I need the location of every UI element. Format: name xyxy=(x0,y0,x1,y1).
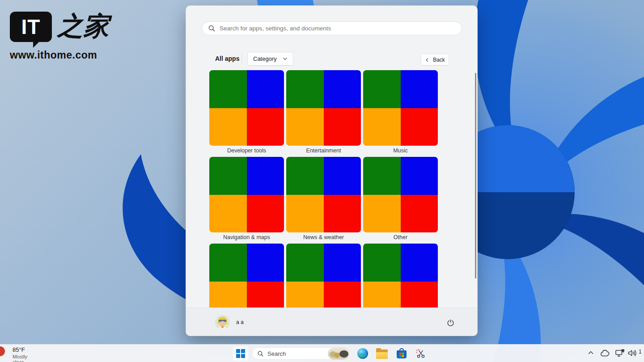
ithome-logo-text: IT xyxy=(21,15,41,39)
bing-daily-thumbnail[interactable] xyxy=(328,348,349,359)
network-button[interactable] xyxy=(614,349,625,358)
tile-swatch-blue xyxy=(247,244,284,282)
clock-partial[interactable]: 1 xyxy=(639,349,642,355)
tile-swatch-blue xyxy=(401,244,438,282)
category-tile-navigation-maps[interactable]: Navigation & maps xyxy=(209,157,284,244)
cloud-icon xyxy=(600,349,610,358)
category-tile-music[interactable]: Music xyxy=(363,70,438,157)
tile-swatch-red xyxy=(247,108,284,146)
category-label: Navigation & maps xyxy=(209,232,284,244)
thumbnail-blob xyxy=(339,350,348,358)
tile-swatch-orange xyxy=(209,108,247,146)
category-sort-dropdown[interactable]: Category xyxy=(247,52,293,66)
tile-swatch-orange xyxy=(286,195,324,233)
category-tile-collage xyxy=(209,70,284,146)
tile-swatch-green xyxy=(209,157,247,195)
category-tile-collage xyxy=(363,157,438,232)
user-name: a a xyxy=(236,319,244,325)
category-tile-collage xyxy=(209,157,284,232)
edge-icon xyxy=(357,348,368,359)
tile-swatch-red xyxy=(401,195,438,233)
start-button[interactable] xyxy=(233,346,248,361)
ithome-url: www.ithome.com xyxy=(10,49,109,61)
taskbar-item-snipping-tool[interactable] xyxy=(415,348,427,359)
tile-swatch-green xyxy=(209,70,247,108)
search-icon xyxy=(257,350,264,357)
avatar xyxy=(215,315,230,330)
category-sort-label: Category xyxy=(253,55,277,62)
tile-swatch-red xyxy=(401,108,438,146)
scrollbar-thumb[interactable] xyxy=(475,73,476,278)
chevron-down-icon xyxy=(283,56,288,61)
tile-swatch-blue xyxy=(324,244,361,282)
ithome-logo: IT xyxy=(10,12,52,42)
tile-swatch-green xyxy=(286,244,324,282)
tile-swatch-orange xyxy=(209,195,247,233)
weather-condition: Mostly clear xyxy=(13,354,27,362)
weather-icon xyxy=(0,346,5,356)
ithome-logo-tail xyxy=(33,41,40,48)
category-tile-collage xyxy=(286,157,361,232)
category-tile-other[interactable]: Other xyxy=(363,157,438,244)
speaker-icon xyxy=(627,349,637,358)
onedrive-button[interactable] xyxy=(600,349,610,358)
taskbar-search-box[interactable]: Search xyxy=(252,347,350,360)
tile-swatch-green xyxy=(209,244,247,282)
volume-button[interactable] xyxy=(627,349,637,358)
tile-swatch-blue xyxy=(401,157,438,195)
taskbar: 85°F Mostly clear Search xyxy=(0,344,644,362)
category-label: News & weather xyxy=(286,232,361,244)
back-button-label: Back xyxy=(433,57,445,63)
header-divider xyxy=(242,54,242,64)
tile-swatch-green xyxy=(286,157,324,195)
start-menu-search-box[interactable] xyxy=(202,21,462,35)
tile-swatch-blue xyxy=(247,157,284,195)
category-grid: Developer tools Entertainment Music Navi… xyxy=(209,70,438,308)
display-plug-icon xyxy=(614,349,625,358)
category-tile-entertainment[interactable]: Entertainment xyxy=(286,70,361,157)
taskbar-search-label: Search xyxy=(267,350,328,357)
tile-swatch-green xyxy=(363,244,401,282)
tile-swatch-green xyxy=(286,70,324,108)
category-tile-news-weather[interactable]: News & weather xyxy=(286,157,361,244)
power-icon xyxy=(446,319,455,327)
tile-swatch-blue xyxy=(401,70,438,108)
back-button[interactable]: Back xyxy=(421,54,449,66)
chevron-left-icon xyxy=(425,58,429,62)
tile-swatch-red xyxy=(324,108,361,146)
taskbar-item-edge[interactable] xyxy=(357,348,369,359)
chevron-up-icon xyxy=(587,349,595,357)
category-label: Music xyxy=(363,146,438,157)
file-explorer-icon xyxy=(376,349,388,359)
tile-swatch-green xyxy=(363,70,401,108)
taskbar-item-microsoft-store[interactable] xyxy=(396,348,407,359)
tile-swatch-orange xyxy=(286,108,324,146)
tile-swatch-blue xyxy=(324,70,361,108)
search-input[interactable] xyxy=(220,25,452,32)
category-label: Other xyxy=(363,232,438,244)
all-apps-header: All apps Category Back xyxy=(186,52,477,67)
avatar-image xyxy=(215,315,230,330)
category-tile-developer-tools[interactable]: Developer tools xyxy=(209,70,284,157)
category-tile-collage xyxy=(363,70,438,146)
tile-swatch-green xyxy=(363,157,401,195)
user-account-button[interactable]: a a xyxy=(215,315,244,330)
start-menu-panel: All apps Category Back Developer tools E… xyxy=(186,5,478,336)
microsoft-store-icon xyxy=(396,348,407,359)
windows-logo-icon xyxy=(236,349,245,358)
weather-temperature: 85°F xyxy=(13,346,25,353)
tile-swatch-orange xyxy=(363,195,401,233)
tile-swatch-red xyxy=(324,195,361,233)
all-apps-title: All apps xyxy=(215,55,239,62)
tile-swatch-orange xyxy=(363,108,401,146)
tile-swatch-blue xyxy=(247,70,284,108)
start-menu-footer: a a xyxy=(186,307,477,336)
taskbar-item-file-explorer[interactable] xyxy=(376,348,388,359)
tile-swatch-red xyxy=(247,195,284,233)
power-button[interactable] xyxy=(443,316,458,330)
category-label: Developer tools xyxy=(209,146,284,157)
ithome-watermark: IT 之家 www.ithome.com xyxy=(10,12,109,61)
hidden-icons-button[interactable] xyxy=(587,349,595,357)
category-tile-collage xyxy=(286,70,361,146)
tile-swatch-blue xyxy=(324,157,361,195)
